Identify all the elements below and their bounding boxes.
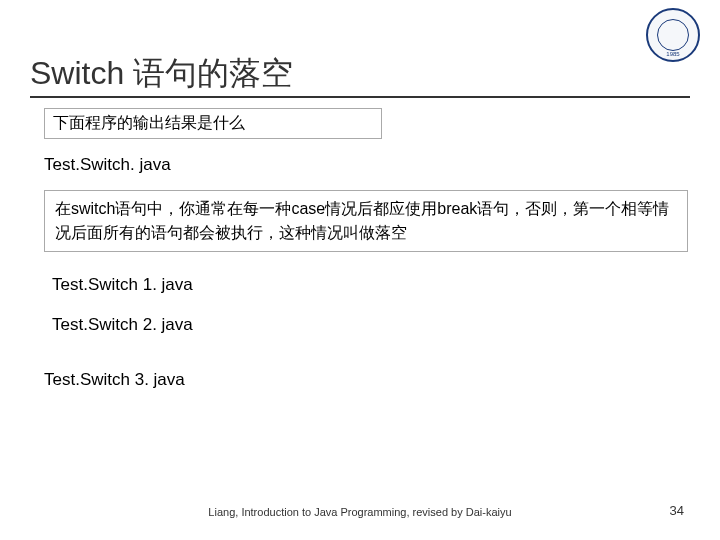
title-underline xyxy=(30,96,690,98)
university-logo: 1985 xyxy=(646,8,700,62)
file-label-3: Test.Switch 2. java xyxy=(52,315,193,335)
question-box: 下面程序的输出结果是什么 xyxy=(44,108,382,139)
file-label-4: Test.Switch 3. java xyxy=(44,370,185,390)
logo-inner-circle xyxy=(657,19,689,51)
page-number: 34 xyxy=(670,503,684,518)
file-label-2: Test.Switch 1. java xyxy=(52,275,193,295)
logo-year: 1985 xyxy=(648,51,698,57)
footer-citation: Liang, Introduction to Java Programming,… xyxy=(0,506,720,518)
explanation-box: 在switch语句中，你通常在每一种case情况后都应使用break语句，否则，… xyxy=(44,190,688,252)
file-label-1: Test.Switch. java xyxy=(44,155,171,175)
slide-title: Switch 语句的落空 xyxy=(30,52,293,96)
